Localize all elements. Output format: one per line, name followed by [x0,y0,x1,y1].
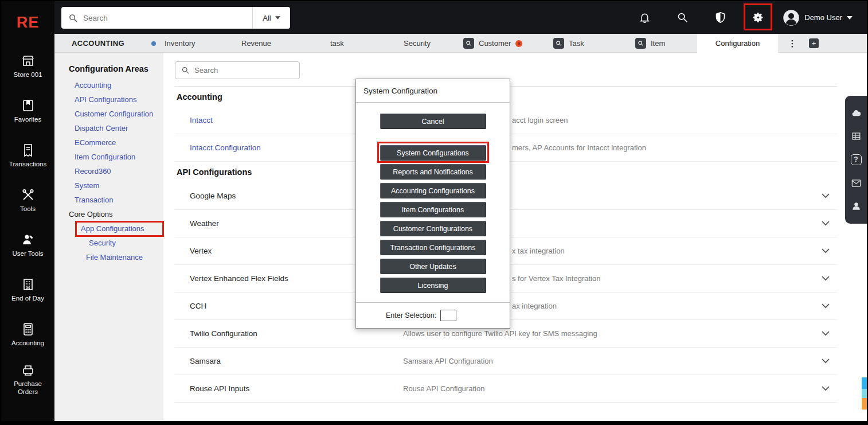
chevron-down-icon[interactable] [822,248,830,254]
tab-security[interactable]: Security [404,34,431,53]
search-icon [463,38,474,49]
scroll-mark-orange [862,398,867,410]
config-link-app-configurations[interactable]: App Configurations [54,221,163,236]
cloud-icon[interactable] [850,107,862,119]
sidebar-item-label: Store 001 [9,71,47,79]
favorites-icon [21,99,35,112]
enter-selection-label: Enter Selection: [386,311,436,319]
sidebar-item-label: End of Day [9,295,47,303]
kebab-menu-icon[interactable]: ⋮ [788,34,796,53]
tab-configuration[interactable]: Configuration [697,34,778,53]
system-configurations-button[interactable]: System Configurations [380,145,486,161]
tab-label: Task [569,39,584,48]
dialog-body: Cancel System Configurations Reports and… [356,103,510,293]
config-link-api-configurations[interactable]: API Configurations [54,92,163,107]
sidebar-item-accounting[interactable]: Accounting [1,313,54,357]
user-tools-icon [21,233,35,247]
chevron-down-icon[interactable] [822,276,830,281]
config-link-accounting[interactable]: Accounting [54,78,163,92]
tab-revenue[interactable]: Revenue [241,34,271,53]
chevron-down-icon[interactable] [822,386,830,391]
config-row-samsara[interactable]: Samsara Samsara API Configuration [175,348,837,375]
scroll-mark-blue [862,377,867,389]
topbar-actions: Demo User [638,1,853,34]
sidebar-item-purchase-orders[interactable]: Purchase Orders [1,357,54,402]
scrollbar-marks[interactable] [862,377,867,410]
person-icon[interactable] [850,201,862,212]
sidebar-item-favorites[interactable]: Favorites [1,89,54,134]
scroll-mark-cyan [862,389,867,398]
search-icon [635,38,646,49]
row-label: Twilio Configuration [190,329,403,338]
accounting-icon [21,322,35,336]
left-sidebar: RE Store 001 Favorites Transactions Tool… [1,1,54,421]
gear-icon[interactable] [752,11,764,24]
sidebar-nav: Store 001 Favorites Transactions Tools U… [1,44,54,402]
search-scope-label: All [263,14,271,22]
config-link-file-maintenance[interactable]: File Maintenance [54,250,163,264]
licensing-button[interactable]: Licensing [380,278,486,293]
mail-icon[interactable] [850,177,862,189]
config-link-customer-configuration[interactable]: Customer Configuration [54,107,163,121]
other-updates-button[interactable]: Other Updates [380,259,486,274]
row-label: Samsara [190,357,403,365]
search-scope-dropdown[interactable]: All [252,7,290,29]
config-link-record360[interactable]: Record360 [54,164,163,178]
tab-inventory[interactable]: Inventory [165,34,195,53]
item-configurations-button[interactable]: Item Configurations [380,202,486,217]
help-icon[interactable]: ? [850,154,862,165]
search-icon [553,38,564,49]
shield-icon[interactable] [714,11,726,24]
sidebar-item-label: Accounting [9,340,47,348]
tab-task-lower[interactable]: task [330,34,344,53]
bell-icon[interactable] [638,11,651,24]
sidebar-item-label: Purchase Orders [9,380,47,396]
chevron-down-icon[interactable] [822,193,830,198]
sidebar-item-label: Transactions [9,161,47,169]
tab-accounting[interactable]: ACCOUNTING [72,34,124,53]
config-link-security[interactable]: Security [54,236,163,250]
search-icon[interactable] [676,11,689,24]
tab-customer[interactable]: Customer × [463,34,522,53]
config-link-item-configuration[interactable]: Item Configuration [54,150,163,164]
chevron-down-icon[interactable] [822,303,830,309]
chevron-down-icon[interactable] [822,331,830,336]
tab-label: Item [651,39,665,48]
table-icon[interactable] [850,131,862,142]
accounting-configurations-button[interactable]: Accounting Configurations [380,183,486,198]
sidebar-item-tools[interactable]: Tools [1,178,54,223]
search-icon [181,66,190,75]
config-link-transaction[interactable]: Transaction [54,193,163,207]
tab-task[interactable]: Task [553,34,584,53]
reports-and-notifications-button[interactable]: Reports and Notifications [380,164,486,180]
avatar [783,9,800,26]
transaction-configurations-button[interactable]: Transaction Configurations [380,240,486,255]
chevron-down-icon[interactable] [822,358,830,364]
sidebar-item-transactions[interactable]: Transactions [1,134,54,178]
config-row-rouse-api-inputs[interactable]: Rouse API Inputs Rouse API Configuration [175,375,837,403]
tab-item[interactable]: Item [635,34,665,53]
end-of-day-icon [21,278,35,291]
tools-icon [21,188,35,202]
row-label: Rouse API Inputs [190,384,403,393]
config-link-dispatch-center[interactable]: Dispatch Center [54,121,163,135]
config-link-ecommerce[interactable]: ECommerce [54,135,163,150]
config-search-input[interactable] [194,66,294,75]
chevron-down-icon[interactable] [822,221,830,226]
close-icon[interactable]: × [515,40,522,47]
dialog-footer: Enter Selection: [356,302,510,328]
store-icon [21,54,35,68]
global-search-input[interactable] [83,14,245,22]
selection-input[interactable] [440,310,456,321]
customer-configurations-button[interactable]: Customer Configurations [380,221,486,236]
cancel-button[interactable]: Cancel [380,114,486,129]
sidebar-item-end-of-day[interactable]: End of Day [1,268,54,313]
user-menu[interactable]: Demo User [783,9,853,26]
sidebar-item-user-tools[interactable]: User Tools [1,223,54,268]
add-tab-icon[interactable]: + [809,38,819,48]
sidebar-item-label: User Tools [9,250,47,258]
config-link-system[interactable]: System [54,178,163,193]
row-description: Samsara API Configuration [403,357,822,365]
sidebar-item-store[interactable]: Store 001 [1,44,54,89]
app-logo[interactable]: RE [1,1,54,44]
